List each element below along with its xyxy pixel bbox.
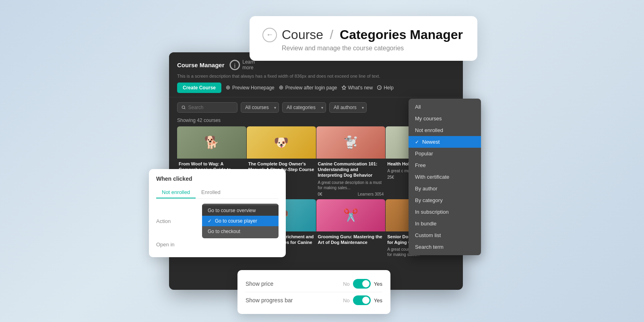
all-authors-filter[interactable]: All authors xyxy=(329,102,367,113)
action-go-to-player[interactable]: ✓ Go to course player xyxy=(202,216,279,226)
dropdown-item-all[interactable]: All xyxy=(409,101,481,113)
breadcrumb-categories-manager: Categories Manager xyxy=(340,27,463,42)
header-card: ← Course / Categories Manager Review and… xyxy=(250,16,477,61)
dropdown-item-not-enrolled[interactable]: Not enrolled xyxy=(409,124,481,136)
when-clicked-title: When clicked xyxy=(156,175,279,182)
all-categories-filter[interactable]: All categories xyxy=(282,102,326,113)
course-thumbnail: ✂️ xyxy=(316,199,386,231)
show-progress-yes: Yes xyxy=(374,297,382,303)
search-input[interactable] xyxy=(188,105,233,110)
action-label: Action xyxy=(156,218,171,224)
filter-dropdown-menu: All My courses Not enrolled ✓ Newest Pop… xyxy=(409,99,481,255)
show-price-yes: Yes xyxy=(374,281,382,287)
check-icon: ✓ xyxy=(415,139,419,145)
help-link[interactable]: ? Help xyxy=(377,85,394,91)
page-title: ← Course / Categories Manager xyxy=(262,27,463,42)
show-price-no: No xyxy=(343,281,350,287)
course-thumbnail: 🐩 xyxy=(316,126,386,159)
all-categories-select[interactable]: All categories xyxy=(282,102,326,113)
svg-text:i: i xyxy=(234,62,235,70)
svg-point-3 xyxy=(227,87,229,88)
show-price-row: Show price No Yes xyxy=(246,276,382,292)
panel-description: This is a screen description that always… xyxy=(177,74,455,78)
page-subtitle: Review and manage the course categories xyxy=(282,45,463,52)
when-clicked-panel: When clicked Not enrolled Enrolled Actio… xyxy=(149,169,286,257)
dropdown-item-my-courses[interactable]: My courses xyxy=(409,113,481,124)
dropdown-item-popular[interactable]: Popular xyxy=(409,148,481,159)
dropdown-item-with-certificate[interactable]: With certificate xyxy=(409,171,481,183)
show-price-toggle[interactable] xyxy=(353,279,371,289)
panel-toolbar: Create Course Preview Homepage Preview a… xyxy=(177,83,455,93)
all-authors-select[interactable]: All authors xyxy=(329,102,367,113)
action-go-to-overview[interactable]: Go to course overview xyxy=(202,205,279,216)
dropdown-item-newest[interactable]: ✓ Newest xyxy=(409,136,481,148)
create-course-button[interactable]: Create Course xyxy=(177,83,221,93)
show-progress-row: Show progress bar No Yes xyxy=(246,292,382,308)
svg-point-2 xyxy=(226,86,229,89)
search-filter[interactable] xyxy=(177,102,237,113)
svg-point-5 xyxy=(281,87,282,88)
course-thumbnail: 🐕 xyxy=(177,126,246,159)
show-progress-no: No xyxy=(343,297,350,303)
action-dropdown: Go to course overview ✓ Go to course pla… xyxy=(202,204,279,238)
when-clicked-tabs: Not enrolled Enrolled xyxy=(156,187,279,199)
dropdown-item-free[interactable]: Free xyxy=(409,159,481,171)
show-progress-toggle[interactable] xyxy=(353,295,371,305)
search-icon xyxy=(182,105,186,110)
dropdown-item-search-term[interactable]: Search term xyxy=(409,241,481,253)
action-go-to-checkout[interactable]: Go to checkout xyxy=(202,226,279,237)
dropdown-item-custom-list[interactable]: Custom list xyxy=(409,229,481,241)
show-price-toggle-group: No Yes xyxy=(343,279,382,289)
panel-title: Course Manager xyxy=(177,62,225,68)
svg-line-10 xyxy=(184,108,185,109)
learn-more-link[interactable]: i Learn more xyxy=(229,59,255,71)
dropdown-item-by-category[interactable]: By category xyxy=(409,194,481,206)
svg-point-9 xyxy=(182,106,185,109)
show-settings-panel: Show price No Yes Show progress bar No Y… xyxy=(237,270,390,314)
tab-not-enrolled[interactable]: Not enrolled xyxy=(156,187,196,198)
all-courses-filter[interactable]: All courses xyxy=(241,102,279,113)
dropdown-item-by-author[interactable]: By author xyxy=(409,183,481,194)
course-thumbnail: 🐶 xyxy=(247,126,316,159)
all-courses-select[interactable]: All courses xyxy=(241,102,279,113)
breadcrumb-slash: / xyxy=(330,27,333,42)
show-progress-label: Show progress bar xyxy=(246,297,293,303)
breadcrumb-course: Course xyxy=(282,27,323,42)
show-progress-toggle-group: No Yes xyxy=(343,295,382,305)
course-card[interactable]: 🐩 Canine Communication 101: Understandin… xyxy=(316,126,386,199)
course-title: Canine Communication 101: Understanding … xyxy=(318,161,384,178)
show-price-label: Show price xyxy=(246,281,273,287)
open-in-label: Open in xyxy=(156,242,175,248)
whats-new-link[interactable]: What's new xyxy=(341,85,373,91)
preview-homepage-link[interactable]: Preview Homepage xyxy=(225,85,275,91)
action-row: Action Go to course overview ✓ Go to cou… xyxy=(156,204,279,238)
back-button[interactable]: ← xyxy=(262,28,277,42)
tab-enrolled[interactable]: Enrolled xyxy=(196,187,226,198)
open-in-row: Open in xyxy=(156,242,279,248)
check-icon: ✓ xyxy=(208,218,212,224)
course-desc: A great course description is a must for… xyxy=(318,180,384,190)
dropdown-item-in-bundle[interactable]: In bundle xyxy=(409,218,481,229)
course-card[interactable]: ✂️ Grooming Guru: Mastering the Art of D… xyxy=(316,199,386,262)
dropdown-item-in-subscription[interactable]: In subscription xyxy=(409,206,481,218)
svg-marker-6 xyxy=(342,86,346,90)
svg-text:?: ? xyxy=(379,86,380,90)
course-title: Grooming Guru: Mastering the Art of Dog … xyxy=(318,234,384,246)
svg-point-4 xyxy=(279,86,283,89)
preview-after-login-link[interactable]: Preview after login page xyxy=(279,85,337,91)
